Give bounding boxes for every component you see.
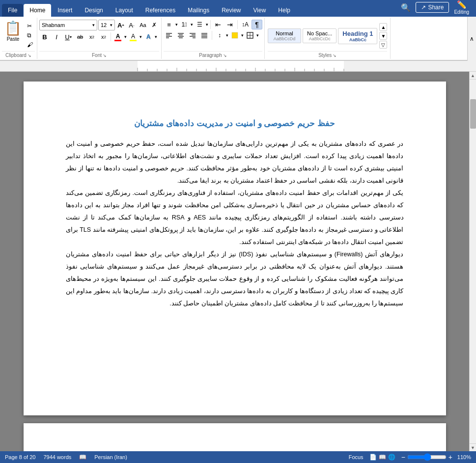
- doc-body-page1[interactable]: در عصری که داده‌های مشتریان به یکی از مه…: [66, 138, 404, 310]
- tab-insert[interactable]: Insert: [52, 4, 78, 17]
- change-case-button[interactable]: Aa: [138, 20, 148, 30]
- tab-design[interactable]: Design: [79, 4, 109, 17]
- multilevel-list-button[interactable]: ☰: [194, 20, 205, 29]
- page-1: حفظ حریم خصوصی و امنیت در مدیریت داده‌ها…: [24, 82, 446, 415]
- tab-help[interactable]: Help: [272, 4, 296, 17]
- highlight-button[interactable]: A: [128, 31, 139, 42]
- decrease-font-button[interactable]: A-: [127, 20, 137, 30]
- scrollbar-up-button[interactable]: ▲: [470, 72, 476, 80]
- paragraph-group: ≡ ▾ 1⃣ ▾ ☰ ▾ ⇤ ⇥ ↕A ¶: [162, 18, 265, 59]
- ribbon: 📋 Paste ✂ ⧉ 🖌 Clipboard ↘ Shab: [0, 17, 476, 61]
- font-color-button[interactable]: A: [112, 31, 123, 42]
- styles-expand[interactable]: ▽: [379, 41, 387, 49]
- format-painter-button[interactable]: 🖌: [25, 40, 35, 49]
- paragraph-expand-icon[interactable]: ↘: [223, 53, 227, 58]
- styles-group: Normal AaBbCcDd No Spac... AaBbCcDc Head…: [265, 18, 391, 59]
- zoom-level[interactable]: 110%: [454, 454, 471, 460]
- print-layout-button[interactable]: 📄: [369, 454, 377, 461]
- subscript-button[interactable]: x2: [86, 31, 97, 42]
- font-group: Shabnam ▾ 12 ▾ A+ A- Aa ✗ B I: [37, 18, 162, 59]
- tab-view[interactable]: View: [248, 4, 272, 17]
- styles-scroll-up[interactable]: ▲: [379, 23, 387, 31]
- collapse-ribbon-button[interactable]: ∧: [467, 17, 476, 61]
- text-effects-button[interactable]: A: [143, 31, 154, 42]
- editing-pen-icon: ✏️: [457, 0, 467, 9]
- font-name-selector[interactable]: Shabnam ▾: [39, 20, 97, 30]
- editing-indicator[interactable]: ✏️ Editing: [451, 0, 472, 16]
- increase-indent-button[interactable]: ⇥: [224, 20, 235, 29]
- tab-bar: File Home Insert Design Layout Reference…: [0, 0, 476, 17]
- styles-expand-icon[interactable]: ↘: [333, 53, 336, 58]
- show-hide-paragraph-button[interactable]: ¶: [252, 20, 262, 29]
- tab-file[interactable]: File: [2, 4, 23, 17]
- paragraph-group-label: Paragraph ↘: [164, 51, 262, 58]
- tab-references[interactable]: References: [140, 4, 181, 17]
- page-2: علاوه بر تدابیر فنی، سازمان‌ها باید سیاس…: [24, 423, 446, 451]
- doc-title: حفظ حریم خصوصی و امنیت در مدیریت داده‌ها…: [66, 117, 404, 130]
- shading-button[interactable]: [229, 30, 240, 40]
- styles-scroll-down[interactable]: ▼: [379, 32, 387, 40]
- proof-icon: 📖: [79, 454, 86, 461]
- justify-button[interactable]: [199, 30, 210, 40]
- sort-button[interactable]: ↕A: [240, 20, 251, 29]
- styles-group-label: Styles ↘: [268, 51, 387, 58]
- style-no-space[interactable]: No Spac... AaBbCcDc: [303, 28, 336, 43]
- page-info[interactable]: Page 8 of 20: [5, 454, 35, 460]
- document-area: حفظ حریم خصوصی و امنیت در مدیریت داده‌ها…: [0, 72, 469, 451]
- strikethrough-button[interactable]: ab: [75, 31, 85, 42]
- language[interactable]: Persian (Iran): [94, 454, 127, 460]
- scrollbar-track: ▲ ▼: [469, 72, 476, 451]
- status-bar: Page 8 of 20 7944 words 📖 Persian (Iran)…: [0, 451, 476, 463]
- align-left-button[interactable]: [164, 30, 174, 40]
- increase-font-button[interactable]: A+: [116, 20, 126, 30]
- tab-layout[interactable]: Layout: [110, 4, 139, 17]
- paste-button[interactable]: 📋 Paste: [2, 20, 24, 44]
- clipboard-label: Clipboard ↘: [2, 51, 35, 58]
- font-name-dropdown-icon: ▾: [92, 23, 95, 27]
- word-count[interactable]: 7944 words: [43, 454, 71, 460]
- zoom-in-button[interactable]: +: [448, 453, 452, 461]
- zoom-out-button[interactable]: −: [401, 453, 405, 461]
- cut-button[interactable]: ✂: [25, 22, 35, 30]
- clipboard-expand-icon[interactable]: ↘: [28, 53, 31, 58]
- scrollbar-down-button[interactable]: ▼: [470, 443, 476, 451]
- bullets-button[interactable]: ≡: [164, 20, 174, 29]
- scrollbar-thumb[interactable]: [470, 99, 476, 129]
- tab-review[interactable]: Review: [216, 4, 247, 17]
- style-heading1[interactable]: Heading 1 AaBbCc: [338, 28, 377, 44]
- page-view-icons: 📄 📖 🌐: [369, 454, 395, 461]
- align-right-button[interactable]: [187, 30, 198, 40]
- italic-button[interactable]: I: [51, 31, 62, 42]
- font-size-dropdown-icon: ▾: [110, 23, 112, 27]
- svg-rect-21: [138, 61, 344, 72]
- font-size-selector[interactable]: 12 ▾: [98, 20, 115, 30]
- share-button[interactable]: ↗ Share: [416, 2, 449, 13]
- font-group-label: Font ↘: [39, 51, 159, 58]
- superscript-button[interactable]: x2: [98, 31, 109, 42]
- ruler: [0, 61, 476, 72]
- clipboard-group: 📋 Paste ✂ ⧉ 🖌 Clipboard ↘: [0, 18, 37, 59]
- share-icon: ↗: [421, 4, 426, 11]
- underline-button[interactable]: U ▾: [63, 31, 74, 42]
- copy-button[interactable]: ⧉: [25, 31, 35, 40]
- read-mode-button[interactable]: 📖: [379, 454, 386, 461]
- numbering-button[interactable]: 1⃣: [179, 20, 190, 29]
- clear-format-button[interactable]: ✗: [149, 20, 159, 30]
- zoom-area: − + 110%: [401, 453, 471, 461]
- paste-icon: 📋: [4, 22, 22, 35]
- tab-home[interactable]: Home: [24, 4, 51, 17]
- zoom-slider[interactable]: [407, 454, 447, 461]
- focus-button[interactable]: Focus: [349, 454, 364, 460]
- search-button[interactable]: 🔍: [398, 2, 414, 13]
- svg-rect-16: [232, 32, 238, 38]
- web-layout-button[interactable]: 🌐: [388, 454, 395, 461]
- tab-mailings[interactable]: Mailings: [182, 4, 215, 17]
- bold-button[interactable]: B: [39, 31, 50, 42]
- borders-button[interactable]: [245, 30, 255, 40]
- style-normal[interactable]: Normal AaBbCcDd: [268, 28, 301, 43]
- line-spacing-button[interactable]: ↕: [214, 30, 225, 40]
- font-expand-icon[interactable]: ↘: [103, 53, 107, 58]
- align-center-button[interactable]: [175, 30, 186, 40]
- decrease-indent-button[interactable]: ⇤: [213, 20, 224, 29]
